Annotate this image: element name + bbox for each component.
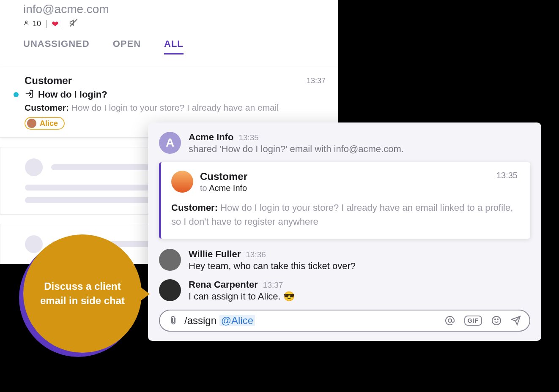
gif-button[interactable]: GIF bbox=[464, 316, 482, 326]
tab-open[interactable]: OPEN bbox=[113, 38, 141, 54]
skeleton-line bbox=[51, 164, 161, 170]
event-time: 13:35 bbox=[238, 133, 259, 142]
assignee-name: Alice bbox=[40, 119, 58, 128]
tab-all[interactable]: ALL bbox=[164, 38, 184, 54]
message-author: Willie Fuller bbox=[189, 249, 241, 260]
avatar bbox=[159, 279, 181, 301]
ticket-time: 13:37 bbox=[307, 76, 326, 85]
tab-unassigned[interactable]: UNASSIGNED bbox=[23, 38, 90, 54]
avatar bbox=[159, 249, 181, 271]
event-text: shared 'How do I login?' email with info… bbox=[189, 144, 530, 155]
ticket-preview: Customer: How do I login to your store? … bbox=[25, 103, 326, 113]
skeleton-avatar bbox=[25, 158, 43, 176]
side-chat-panel: A Acme Info 13:35 shared 'How do I login… bbox=[148, 122, 541, 341]
svg-point-3 bbox=[495, 319, 496, 320]
message-time: 13:36 bbox=[246, 250, 266, 259]
unread-dot-icon bbox=[14, 92, 19, 97]
skeleton-avatar bbox=[25, 235, 43, 253]
at-mention-icon[interactable] bbox=[445, 316, 455, 326]
email-body: Customer: How do I login to your store? … bbox=[171, 201, 518, 229]
inbox-tabs: UNASSIGNED OPEN ALL bbox=[0, 29, 338, 54]
emoji-icon[interactable] bbox=[491, 316, 501, 326]
skeleton-line bbox=[25, 197, 169, 203]
inbox-subheader: 10 ❤ bbox=[23, 19, 338, 29]
attach-icon[interactable] bbox=[168, 316, 178, 326]
svg-point-0 bbox=[25, 21, 27, 23]
svg-point-4 bbox=[497, 319, 498, 320]
callout-pointer-icon bbox=[140, 286, 150, 302]
message-composer[interactable]: /assign @Alice GIF bbox=[159, 310, 530, 332]
chat-message: Rena Carpenter 13:37 I can assign it to … bbox=[159, 279, 530, 302]
email-to: to Acme Info bbox=[200, 183, 247, 193]
heart-icon[interactable]: ❤ bbox=[52, 20, 59, 28]
message-author: Rena Carpenter bbox=[189, 279, 258, 290]
avatar bbox=[171, 171, 193, 193]
message-text: Hey team, who can take this ticket over? bbox=[189, 261, 530, 272]
email-time: 13:35 bbox=[496, 171, 518, 193]
inbox-enter-icon bbox=[25, 89, 34, 100]
divider bbox=[64, 20, 64, 28]
mention-chip[interactable]: @Alice bbox=[219, 315, 255, 326]
callout-text: Discuss a client email in side chat bbox=[36, 279, 129, 308]
email-from: Customer bbox=[200, 171, 247, 182]
inbox-title: info@acme.com bbox=[23, 3, 338, 16]
message-text: I can assign it to Alice. 😎 bbox=[189, 291, 530, 302]
svg-point-1 bbox=[448, 319, 452, 322]
svg-point-2 bbox=[492, 316, 501, 325]
divider bbox=[46, 20, 47, 28]
person-icon bbox=[23, 19, 29, 28]
people-count: 10 bbox=[33, 19, 41, 28]
chat-message: Willie Fuller 13:36 Hey team, who can ta… bbox=[159, 249, 530, 272]
ticket-customer: Customer bbox=[25, 75, 72, 87]
message-time: 13:37 bbox=[263, 280, 283, 290]
callout-badge: Discuss a client email in side chat bbox=[23, 234, 142, 353]
assignee-chip[interactable]: Alice bbox=[25, 117, 65, 130]
ticket-subject: How do I login? bbox=[38, 89, 107, 100]
inbox-header: info@acme.com 10 ❤ bbox=[0, 3, 338, 29]
avatar bbox=[27, 119, 36, 128]
shared-email-card[interactable]: Customer to Acme Info 13:35 Customer: Ho… bbox=[159, 162, 530, 239]
composer-input[interactable]: /assign @Alice bbox=[184, 315, 439, 327]
share-event: A Acme Info 13:35 shared 'How do I login… bbox=[159, 132, 530, 155]
mute-icon[interactable] bbox=[69, 19, 78, 29]
avatar: A bbox=[159, 132, 181, 154]
event-author: Acme Info bbox=[189, 132, 233, 143]
send-icon[interactable] bbox=[511, 316, 521, 326]
